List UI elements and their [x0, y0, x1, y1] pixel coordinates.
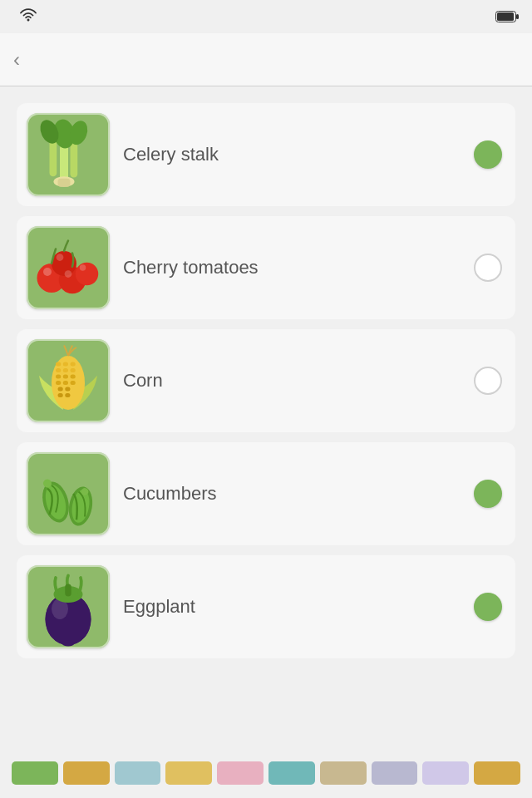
- svg-rect-29: [71, 375, 76, 379]
- svg-rect-5: [71, 142, 78, 178]
- svg-rect-35: [58, 393, 63, 397]
- category-tab-6[interactable]: [320, 761, 367, 785]
- svg-rect-36: [65, 393, 70, 397]
- product-name-cucumbers: Cucumbers: [123, 483, 461, 505]
- product-image-eggplant: [27, 565, 110, 648]
- list-item: Eggplant: [17, 555, 515, 658]
- svg-rect-34: [65, 387, 70, 392]
- category-tab-5[interactable]: [268, 761, 315, 785]
- svg-rect-47: [65, 584, 71, 597]
- svg-rect-23: [71, 362, 76, 367]
- svg-rect-32: [71, 381, 76, 385]
- product-name-celery: Celery stalk: [123, 144, 461, 165]
- product-name-cherry-tomatoes: Cherry tomatoes: [123, 257, 461, 278]
- svg-point-48: [62, 640, 75, 647]
- list-item: Cucumbers: [17, 442, 515, 545]
- svg-rect-1: [497, 12, 514, 21]
- category-tab-2[interactable]: [115, 761, 161, 785]
- back-button[interactable]: ‹: [13, 50, 23, 70]
- list-item: Corn: [17, 329, 515, 432]
- svg-point-17: [65, 270, 72, 278]
- product-toggle-cherry-tomatoes[interactable]: [474, 254, 502, 282]
- status-left: [13, 8, 37, 25]
- category-tab-1[interactable]: [63, 761, 110, 785]
- category-tab-4[interactable]: [217, 761, 264, 785]
- bottom-category-bar: [0, 748, 532, 798]
- category-tab-9[interactable]: [474, 761, 520, 785]
- product-image-celery: [27, 113, 110, 196]
- product-image-cucumbers: [27, 452, 110, 535]
- product-toggle-cucumbers[interactable]: [474, 480, 502, 508]
- svg-rect-26: [71, 368, 76, 372]
- category-tab-3[interactable]: [165, 761, 212, 785]
- svg-rect-27: [56, 375, 61, 379]
- category-tab-7[interactable]: [372, 761, 418, 785]
- product-list: Celery stalk Cherry tomatoes: [0, 86, 532, 658]
- product-toggle-corn[interactable]: [474, 367, 502, 395]
- svg-rect-22: [63, 362, 68, 367]
- svg-rect-25: [63, 368, 68, 372]
- product-name-eggplant: Eggplant: [123, 596, 461, 618]
- list-item: Celery stalk: [17, 103, 515, 206]
- svg-point-16: [43, 268, 52, 276]
- product-toggle-eggplant[interactable]: [474, 593, 502, 621]
- status-bar: [0, 0, 532, 33]
- svg-rect-2: [516, 14, 519, 19]
- svg-rect-10: [58, 179, 71, 187]
- list-item: Cherry tomatoes: [17, 216, 515, 319]
- svg-rect-4: [50, 139, 57, 176]
- back-chevron-icon: ‹: [13, 50, 20, 70]
- svg-point-18: [80, 264, 86, 271]
- product-image-corn: [27, 339, 110, 422]
- product-toggle-celery[interactable]: [474, 140, 502, 169]
- status-right: [495, 11, 519, 22]
- category-tab-8[interactable]: [422, 761, 469, 785]
- nav-bar: ‹: [0, 33, 532, 86]
- product-name-corn: Corn: [123, 370, 461, 392]
- svg-rect-28: [63, 375, 68, 379]
- svg-rect-21: [56, 362, 61, 367]
- battery-icon: [495, 11, 519, 22]
- wifi-icon: [20, 8, 37, 25]
- category-tab-0[interactable]: [12, 761, 58, 785]
- svg-rect-30: [56, 381, 61, 385]
- svg-rect-24: [56, 368, 61, 372]
- svg-point-14: [76, 263, 99, 286]
- product-image-cherry-tomatoes: [27, 226, 110, 309]
- svg-rect-31: [63, 381, 68, 385]
- svg-point-19: [57, 254, 64, 261]
- svg-rect-33: [58, 387, 63, 392]
